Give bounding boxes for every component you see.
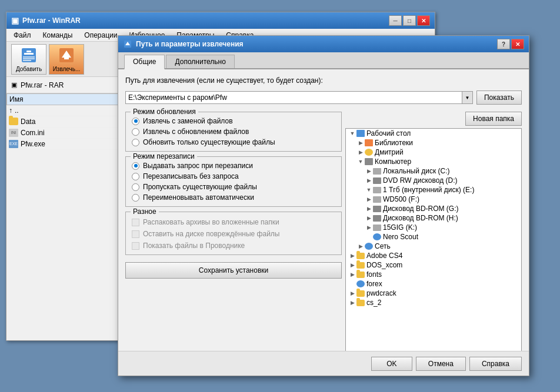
misc-checkbox-0[interactable]: Распаковать архивы во вложенные папки xyxy=(132,218,335,226)
toolbar-add-button[interactable]: Добавить xyxy=(11,44,46,75)
overwrite-circle-3 xyxy=(132,194,139,202)
show-button[interactable]: Показать xyxy=(476,91,522,105)
winrar-minimize-button[interactable]: ─ xyxy=(389,15,402,26)
tab-general[interactable]: Общие xyxy=(124,55,165,69)
expand-icon: ▶ xyxy=(348,270,356,279)
tree-item-drive-h[interactable]: ▶ Дисковод BD-ROM (H:) xyxy=(346,213,521,223)
misc-label: Разное xyxy=(131,207,159,216)
cancel-button[interactable]: Отмена xyxy=(416,357,466,371)
tree-label: 1 Тгб (внутренний диск) (E:) xyxy=(383,186,474,194)
tree-item-forex[interactable]: forex xyxy=(346,279,521,289)
update-radio-2[interactable]: Обновить только существующие файлы xyxy=(132,138,335,146)
tab-advanced[interactable]: Дополнительно xyxy=(166,55,234,68)
svg-rect-3 xyxy=(23,56,35,58)
radio-circle-2 xyxy=(132,139,139,146)
ok-button[interactable]: OK xyxy=(371,357,412,371)
tree-label: Дмитрий xyxy=(375,148,404,156)
expand-icon: ▼ xyxy=(356,158,365,166)
expand-icon: ▶ xyxy=(348,261,356,269)
misc-checkbox-1[interactable]: Оставить на диске повреждённые файлы xyxy=(132,230,335,238)
new-folder-button[interactable]: Новая папка xyxy=(465,112,522,126)
tree-item-drive-c[interactable]: ▶ Локальный диск (C:) xyxy=(346,166,521,176)
dvd-h-icon xyxy=(373,215,381,222)
tree-label: Компьютер xyxy=(375,158,411,166)
dialog-tabs: Общие Дополнительно xyxy=(118,52,529,69)
overwrite-radio-2[interactable]: Пропускать существующие файлы xyxy=(132,183,335,191)
overwrite-circle-1 xyxy=(132,173,139,180)
extract-dialog: Путь и параметры извлечения ? ✕ Общие До… xyxy=(118,35,529,376)
overwrite-option-2: Пропускать существующие файлы xyxy=(143,183,257,191)
tree-item-desktop[interactable]: ▼ Рабочий стол xyxy=(346,129,521,138)
tree-item-network[interactable]: ▶ Сеть xyxy=(346,242,521,251)
update-radio-1[interactable]: Извлечь с обновлением файлов xyxy=(132,128,335,136)
tree-label: fonts xyxy=(366,270,382,279)
winrar-titlebar: ▣ Pfw.rar - WinRAR ─ □ ✕ xyxy=(6,12,435,29)
tree-item-computer[interactable]: ▼ Компьютер xyxy=(346,157,521,166)
expand-icon: ▶ xyxy=(348,289,356,297)
checkbox-box-1 xyxy=(132,230,139,238)
winrar-maximize-button[interactable]: □ xyxy=(403,15,416,26)
path-input-container: ▼ xyxy=(125,91,473,104)
tree-item-cs2[interactable]: ▶ cs_2 xyxy=(346,298,521,307)
tree-label: pwdcrack xyxy=(366,289,396,297)
menu-operations[interactable]: Операции xyxy=(79,30,122,41)
user-icon xyxy=(365,149,373,156)
dvd-g-icon xyxy=(373,206,381,212)
folder-tree[interactable]: ▼ Рабочий стол ▶ Библиотеки ▶ Дмитр xyxy=(345,128,522,351)
drive-icon xyxy=(373,168,381,175)
overwrite-radio-1[interactable]: Перезаписывать без запроса xyxy=(132,172,335,180)
tree-item-fonts[interactable]: ▶ fonts xyxy=(346,270,521,279)
dialog-controls: ? ✕ xyxy=(497,39,524,49)
misc-checkboxes: Распаковать архивы во вложенные папки Ос… xyxy=(132,218,335,250)
tree-item-dos[interactable]: ▶ DOS_xcom xyxy=(346,260,521,270)
tree-label: Сеть xyxy=(375,242,391,250)
rar-icon: ▣ xyxy=(11,81,17,89)
tree-item-drive-g[interactable]: ▶ Дисковод BD-ROM (G:) xyxy=(346,204,521,213)
tree-label: Дисковод BD-ROM (H:) xyxy=(383,214,458,222)
tree-item-drive-k[interactable]: ▶ 15GIG (K:) xyxy=(346,223,521,232)
tree-label: forex xyxy=(366,280,382,288)
overwrite-radio-3[interactable]: Переименовывать автоматически xyxy=(132,193,335,202)
tree-item-user[interactable]: ▶ Дмитрий xyxy=(346,148,521,157)
overwrite-circle-0 xyxy=(132,162,139,170)
overwrite-radio-0[interactable]: Выдавать запрос при перезаписи xyxy=(132,162,335,170)
dialog-close-button[interactable]: ✕ xyxy=(511,39,524,49)
update-mode-options: Извлечь с заменой файлов Извлечь с обнов… xyxy=(132,117,335,146)
help-button[interactable]: Справка xyxy=(469,357,522,371)
path-dropdown-button[interactable]: ▼ xyxy=(462,92,472,103)
tree-label: Рабочий стол xyxy=(366,129,411,138)
expand-icon: ▶ xyxy=(356,139,365,147)
misc-checkbox-2[interactable]: Показать файлы в Проводнике xyxy=(132,242,335,250)
tree-item-nero-scout[interactable]: Nero Scout xyxy=(346,232,521,242)
svg-rect-2 xyxy=(26,51,31,52)
file-name: .. xyxy=(15,106,19,115)
tree-item-libraries[interactable]: ▶ Библиотеки xyxy=(346,138,521,148)
tree-item-pwdcrack[interactable]: ▶ pwdcrack xyxy=(346,289,521,298)
file-name: Pfw.exe xyxy=(21,140,45,148)
path-input[interactable] xyxy=(126,92,462,103)
folder-adobe-icon xyxy=(356,253,365,259)
overwrite-mode-options: Выдавать запрос при перезаписи Перезапис… xyxy=(132,162,335,202)
misc-group: Разное Распаковать архивы во вложенные п… xyxy=(125,212,342,255)
menu-commands[interactable]: Команды xyxy=(38,30,78,41)
svg-rect-8 xyxy=(64,58,69,59)
tree-item-adobe[interactable]: ▶ Adobe CS4 xyxy=(346,251,521,260)
expand-icon: ▶ xyxy=(365,205,373,213)
tree-item-drive-d[interactable]: ▶ DVD RW дисковод (D:) xyxy=(346,176,521,185)
winrar-close-button[interactable]: ✕ xyxy=(417,15,430,26)
tree-item-drive-f[interactable]: ▶ WD500 (F:) xyxy=(346,195,521,204)
update-option-0: Извлечь с заменой файлов xyxy=(143,117,233,125)
ini-icon: INI xyxy=(9,129,18,137)
expand-icon: ▼ xyxy=(348,129,356,138)
folder-dos-icon xyxy=(356,262,365,269)
dialog-icon xyxy=(123,39,132,49)
folder-icon xyxy=(9,118,18,125)
expand-icon: ▶ xyxy=(365,223,373,232)
menu-file[interactable]: Файл xyxy=(9,30,36,41)
tree-item-drive-e[interactable]: ▼ 1 Тгб (внутренний диск) (E:) xyxy=(346,185,521,195)
dialog-help-button[interactable]: ? xyxy=(497,39,510,49)
save-settings-button[interactable]: Сохранить установки xyxy=(125,262,342,279)
update-radio-0[interactable]: Извлечь с заменой файлов xyxy=(132,117,335,125)
toolbar-extract-label: Извлечь... xyxy=(53,66,81,72)
toolbar-extract-button[interactable]: Извлечь... xyxy=(49,44,84,75)
